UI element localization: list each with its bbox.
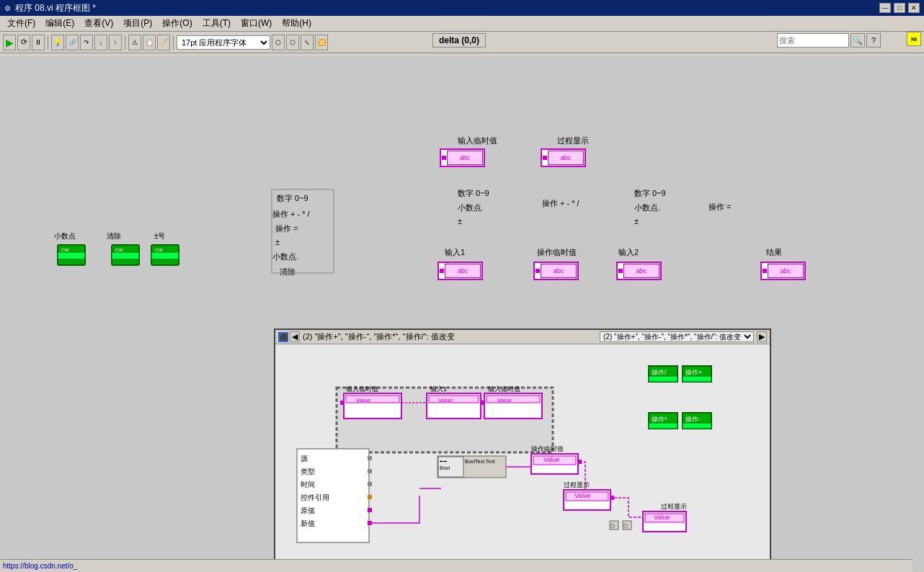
- label-digit-right: 数字 0~9: [634, 188, 666, 199]
- dist-btn[interactable]: ⬡: [286, 35, 299, 50]
- svg-rect-82: [683, 423, 711, 429]
- svg-rect-23: [429, 396, 479, 403]
- label-digit-mid: 数字 0~9: [458, 188, 489, 199]
- status-bar: https://blog.csdn.net/o_: [0, 559, 912, 572]
- menu-view[interactable]: 查看(V): [80, 16, 117, 31]
- label-dot-mid: 小数点.: [458, 202, 484, 213]
- resize-btn[interactable]: ⤡: [301, 35, 314, 50]
- ni-icon: NI: [907, 32, 921, 46]
- input2-ctrl[interactable]: abc: [616, 262, 662, 280]
- process-disp-ctrl[interactable]: abc: [541, 148, 586, 167]
- step-into[interactable]: ↓: [94, 35, 107, 50]
- menu-operate[interactable]: 操作(O): [158, 16, 196, 31]
- title-bar: ⚙ 程序 08.vi 程序框图 * — □ ✕: [0, 0, 924, 16]
- align-btn[interactable]: ⬡: [272, 35, 285, 50]
- label-input1: 输入1: [445, 247, 465, 258]
- svg-text:BoolText.Text: BoolText.Text: [465, 459, 495, 464]
- svg-text:⟷: ⟷: [440, 459, 447, 464]
- svg-text:OK: OK: [115, 247, 124, 254]
- svg-text:Value: Value: [543, 456, 559, 463]
- svg-rect-62: [610, 496, 614, 500]
- menu-edit[interactable]: 编辑(E): [41, 16, 79, 31]
- svg-text:新值: 新值: [301, 519, 315, 527]
- coord-box: delta (0,0): [432, 33, 486, 48]
- label-decimal-point: 小数点: [54, 231, 76, 241]
- svg-text:⬡: ⬡: [623, 523, 628, 528]
- svg-rect-20: [340, 401, 345, 405]
- search-btn[interactable]: 🔍: [850, 33, 865, 48]
- menu-file[interactable]: 文件(F): [3, 16, 40, 31]
- label-sign: ±号: [154, 231, 166, 241]
- input-temp-ctrl[interactable]: abc: [440, 148, 485, 167]
- panel-header: ⬛ ◀ (2) "操作+", "操作-", "操作*", "操作/": 值改变 …: [275, 330, 770, 344]
- status-url: https://blog.csdn.net/o_: [3, 562, 77, 570]
- svg-rect-40: [368, 469, 372, 473]
- menu-tools[interactable]: 工具(T): [198, 16, 235, 31]
- svg-text:过程显示: 过程显示: [661, 503, 687, 510]
- case-select[interactable]: (2) "操作+", "操作-", "操作*", "操作/": 值改变: [600, 331, 754, 342]
- svg-rect-8: [58, 252, 85, 259]
- svg-rect-41: [368, 482, 372, 486]
- input1-ctrl[interactable]: abc: [437, 262, 483, 280]
- svg-text:Value: Value: [356, 397, 370, 403]
- svg-rect-79: [649, 423, 678, 429]
- light-btn[interactable]: 💡: [51, 35, 64, 50]
- svg-rect-28: [480, 401, 484, 405]
- canvas: OK OK OK 小数点 清除 ±号 数字 0~9 操作 + - * / 操作 …: [0, 56, 924, 572]
- svg-text:控件引用: 控件引用: [301, 493, 329, 501]
- window-title: 程序 08.vi 程序框图 *: [15, 2, 96, 14]
- step-over[interactable]: ↷: [80, 35, 93, 50]
- minimize-btn[interactable]: —: [879, 3, 891, 13]
- svg-text:Value: Value: [654, 514, 670, 521]
- label-eq-right: 操作 =: [708, 202, 731, 213]
- svg-rect-44: [368, 521, 372, 525]
- svg-text:源: 源: [301, 455, 308, 462]
- label-process-disp: 过程显示: [557, 135, 589, 146]
- menu-help[interactable]: 帮助(H): [277, 16, 316, 31]
- clean-btn[interactable]: 🧹: [157, 35, 170, 50]
- reorder-btn[interactable]: 🔀: [315, 35, 328, 50]
- svg-rect-43: [368, 508, 372, 512]
- case-prev-btn[interactable]: ◀: [290, 331, 300, 342]
- warn-btn[interactable]: ⚠: [128, 35, 141, 50]
- retain-btn[interactable]: 📋: [143, 35, 156, 50]
- run-cont-btn[interactable]: ⟳: [17, 35, 30, 50]
- pause-btn[interactable]: ⏸: [32, 35, 45, 50]
- op-temp-ctrl[interactable]: abc: [533, 262, 579, 280]
- inner-svg: Value Value Value 输入临时值 输入1 输入临时: [275, 344, 770, 572]
- svg-text:操作临时值: 操作临时值: [531, 445, 564, 452]
- case-next-btn[interactable]: ▶: [757, 331, 767, 342]
- svg-rect-39: [368, 456, 372, 460]
- result-ctrl[interactable]: abc: [760, 262, 806, 280]
- title-bar-left: ⚙ 程序 08.vi 程序框图 *: [4, 2, 96, 14]
- font-select[interactable]: 17pt 应用程序字体: [177, 35, 270, 50]
- svg-text:操作*: 操作*: [652, 416, 667, 423]
- case-title: (2) "操作+", "操作-", "操作*", "操作/": 值改变: [303, 331, 600, 342]
- label-input-temp: 输入临时值: [458, 135, 497, 146]
- svg-text:操作/: 操作/: [652, 369, 667, 376]
- diagram-panel: ⬛ ◀ (2) "操作+", "操作-", "操作*", "操作/": 值改变 …: [274, 329, 771, 572]
- menu-bar: 文件(F) 编辑(E) 查看(V) 项目(P) 操作(O) 工具(T) 窗口(W…: [0, 16, 924, 32]
- svg-rect-9: [112, 245, 139, 265]
- step-out[interactable]: ↑: [109, 35, 122, 50]
- help-btn[interactable]: ?: [866, 33, 881, 48]
- svg-text:类型: 类型: [301, 468, 315, 475]
- svg-rect-6: [58, 245, 85, 265]
- menu-window[interactable]: 窗口(W): [236, 16, 276, 31]
- svg-text:OK: OK: [61, 247, 70, 254]
- search-input[interactable]: [777, 33, 849, 48]
- menu-project[interactable]: 项目(P): [119, 16, 156, 31]
- maximize-btn[interactable]: □: [894, 3, 905, 13]
- sep2: [125, 35, 125, 50]
- label-op-temp: 操作临时值: [537, 247, 577, 258]
- svg-rect-18: [346, 396, 399, 403]
- close-btn[interactable]: ✕: [908, 3, 920, 13]
- ctx-btn[interactable]: 🔗: [66, 35, 79, 50]
- svg-text:操作-: 操作-: [685, 416, 701, 423]
- svg-rect-42: [368, 495, 372, 499]
- run-btn[interactable]: ▶: [3, 35, 16, 50]
- svg-text:输入临时值: 输入临时值: [346, 385, 378, 393]
- label-clear: 清除: [107, 231, 121, 241]
- label-dot-right: 小数点.: [634, 202, 660, 213]
- svg-text:Value: Value: [574, 492, 590, 499]
